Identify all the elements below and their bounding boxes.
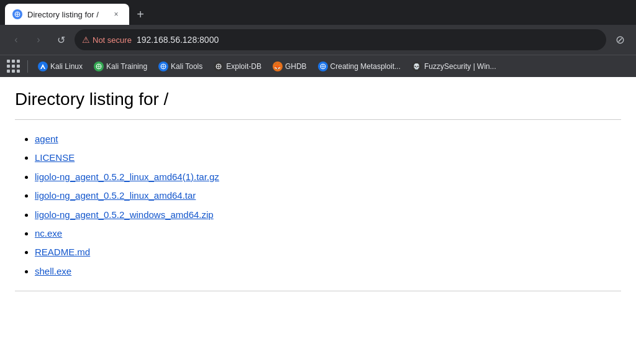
reload-button[interactable]: ↺ (52, 31, 70, 48)
security-indicator: ⚠ Not secure (82, 35, 132, 45)
file-link[interactable]: ligolo-ng_agent_0.5.2_linux_amd64.tar (35, 190, 196, 201)
kali-training-favicon (94, 61, 104, 71)
top-divider (15, 119, 621, 120)
kali-tools-label: Kali Tools (171, 62, 202, 71)
bookmark-creating-metasploit[interactable]: Creating Metasploit... (313, 59, 406, 74)
kali-linux-favicon (38, 61, 48, 71)
fuzzysecurity-label: FuzzySecurity | Win... (424, 62, 496, 71)
list-item: ligolo-ng_agent_0.5.2_windows_amd64.zip (35, 206, 621, 224)
kali-linux-label: Kali Linux (50, 62, 83, 71)
list-item: agent (35, 130, 621, 148)
bookmarks-divider (27, 60, 28, 73)
ghdb-favicon: 🦊 (273, 61, 283, 71)
file-link[interactable]: ligolo-ng_agent_0.5.2_windows_amd64.zip (35, 209, 214, 220)
page-content: Directory listing for / agentLICENSEligo… (0, 77, 636, 338)
apps-grid-icon (7, 60, 20, 73)
list-item: ligolo-ng_agent_0.5.2_linux_amd64(1).tar… (35, 168, 621, 186)
file-link[interactable]: LICENSE (35, 152, 75, 163)
creating-metasploit-label: Creating Metasploit... (330, 62, 401, 71)
bookmark-fuzzysecurity[interactable]: 💀 FuzzySecurity | Win... (407, 59, 501, 74)
file-list: agentLICENSEligolo-ng_agent_0.5.2_linux_… (15, 130, 621, 281)
tab-bar: Directory listing for / × + (0, 0, 636, 25)
file-link[interactable]: shell.exe (35, 266, 71, 276)
file-link[interactable]: nc.exe (35, 228, 62, 239)
file-link[interactable]: README.md (35, 247, 90, 257)
exploit-db-label: Exploit-DB (226, 62, 261, 71)
list-item: nc.exe (35, 224, 621, 243)
new-tab-button[interactable]: + (132, 6, 149, 23)
bookmarks-bar: Kali Linux Kali Training Kali Tools (0, 55, 636, 77)
bookmark-kali-linux[interactable]: Kali Linux (33, 59, 88, 74)
ghdb-label: GHDB (285, 62, 307, 71)
bottom-divider (15, 291, 621, 291)
forward-button[interactable]: › (30, 31, 47, 48)
list-item: LICENSE (35, 148, 621, 167)
file-link[interactable]: ligolo-ng_agent_0.5.2_linux_amd64(1).tar… (35, 171, 219, 182)
tab-close-button[interactable]: × (111, 9, 122, 20)
page-title: Directory listing for / (15, 89, 621, 109)
bookmark-button[interactable]: ⊘ (611, 31, 629, 48)
list-item: README.md (35, 243, 621, 262)
bookmark-kali-tools[interactable]: Kali Tools (153, 59, 207, 74)
url-display: 192.168.56.128:8000 (137, 35, 219, 45)
list-item: ligolo-ng_agent_0.5.2_linux_amd64.tar (35, 186, 621, 205)
creating-metasploit-favicon (318, 61, 328, 71)
back-button[interactable]: ‹ (7, 31, 25, 48)
bookmark-exploit-db[interactable]: Exploit-DB (209, 59, 266, 74)
tab-favicon (12, 9, 22, 19)
file-link[interactable]: agent (35, 134, 58, 144)
not-secure-label: Not secure (93, 35, 132, 45)
address-field[interactable]: ⚠ Not secure 192.168.56.128:8000 (75, 29, 606, 50)
bookmark-kali-training[interactable]: Kali Training (89, 59, 152, 74)
browser-chrome: Directory listing for / × + ‹ › ↺ ⚠ Not … (0, 0, 636, 77)
fuzzysecurity-favicon: 💀 (412, 61, 422, 71)
active-tab[interactable]: Directory listing for / × (5, 4, 129, 25)
warning-icon: ⚠ (82, 35, 90, 45)
bookmark-ghdb[interactable]: 🦊 GHDB (268, 59, 312, 74)
address-bar: ‹ › ↺ ⚠ Not secure 192.168.56.128:8000 ⊘ (0, 25, 636, 55)
list-item: shell.exe (35, 262, 621, 281)
kali-tools-favicon (158, 61, 168, 71)
apps-button[interactable] (5, 58, 22, 75)
kali-training-label: Kali Training (106, 62, 147, 71)
exploit-db-favicon (214, 61, 224, 71)
tab-title: Directory listing for / (27, 10, 106, 19)
